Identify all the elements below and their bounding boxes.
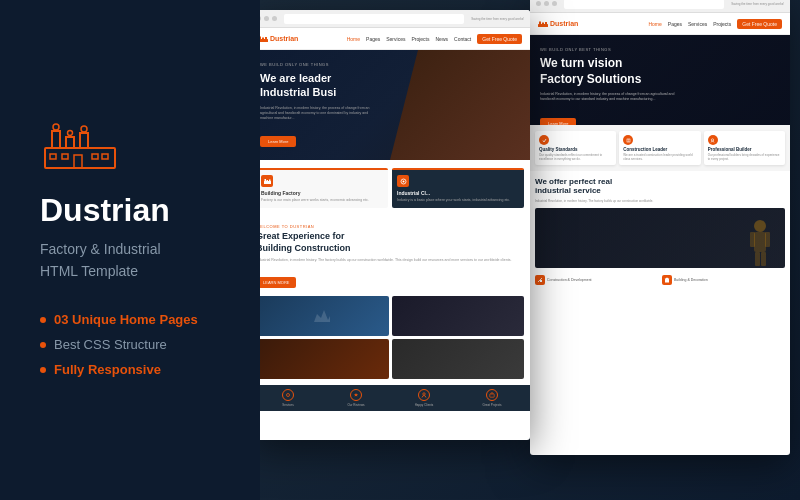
svg-point-33	[754, 220, 766, 232]
hero-desc: Industrial Revolution, in modern history…	[260, 106, 380, 122]
images-grid	[260, 296, 530, 385]
checkmark-icon	[542, 138, 547, 143]
nav-cta-button-2[interactable]: Get Free Quote	[737, 19, 782, 29]
factory-icon	[40, 113, 120, 173]
feat-label: Our Reviews	[347, 403, 364, 407]
construction-icons-row: Construction & Development Building & De…	[535, 272, 785, 288]
nav-link: Pages	[668, 21, 682, 27]
grid-image-2	[392, 296, 525, 336]
section-cta-button[interactable]: LEARN MORE	[260, 277, 296, 288]
quality-card-title: Quality Standards	[539, 147, 612, 152]
quality-card-text: We are a trusted construction leader pro…	[623, 153, 696, 161]
card-title: Industrial Cl...	[397, 190, 519, 196]
construction-label: Construction & Development	[547, 278, 592, 282]
svg-point-4	[53, 124, 59, 130]
section-title: Great Experience forBuilding Constructio…	[260, 231, 524, 254]
card-building-factory: Building Factory Factory is our main pla…	[260, 168, 388, 208]
svg-rect-25	[490, 394, 494, 397]
feature-label: Fully Responsive	[54, 362, 161, 377]
building-icon	[626, 138, 631, 143]
svg-marker-23	[354, 393, 358, 397]
feature-label: Best CSS Structure	[54, 337, 167, 352]
svg-rect-41	[665, 279, 669, 283]
nav-cta-button[interactable]: Get Free Quote	[477, 34, 522, 44]
nav-logo-icon-2	[538, 20, 548, 28]
section-eyebrow: WELCOME TO DUSTRIAN	[260, 224, 524, 229]
svg-marker-42	[665, 277, 670, 279]
nav-logo: Dustrian	[260, 35, 298, 43]
nav-link: Home	[347, 36, 360, 42]
browser-dot	[552, 1, 557, 6]
quality-icon	[539, 135, 549, 145]
projects-icon	[486, 389, 498, 401]
browser-url-2	[564, 0, 724, 9]
card-text: Industry is a basic place where your wor…	[397, 198, 519, 203]
service-text: Industrial Revolution, in modern history…	[535, 199, 785, 204]
svg-rect-1	[52, 131, 60, 148]
hero-eyebrow: WE BUILD ONLY ONE THINGS	[260, 62, 520, 67]
browser-url-text: Saving the time from every good works!	[471, 17, 524, 21]
brand-title: Dustrian	[40, 193, 230, 228]
site-nav-2: Dustrian Home Pages Services Projects Ge…	[530, 13, 790, 35]
service-title: We offer perfect realindustrial service	[535, 177, 785, 195]
svg-rect-9	[92, 154, 98, 159]
industrial-card-icon	[400, 178, 407, 185]
hero-cta-button-2[interactable]: Learn More	[540, 118, 576, 125]
feat-label: Happy Clients	[415, 403, 434, 407]
nav-link: News	[436, 36, 449, 42]
mockup-main: Saving the time from every good works! D…	[260, 10, 530, 440]
svg-point-24	[423, 392, 425, 394]
nav-links: Home Pages Services Projects News Contac…	[347, 34, 522, 44]
professional-icon	[708, 135, 718, 145]
reviews-icon	[350, 389, 362, 401]
gear-icon	[285, 392, 291, 398]
nav-link: Contact	[454, 36, 471, 42]
svg-rect-36	[765, 232, 770, 247]
svg-rect-15	[265, 37, 267, 39]
svg-point-21	[402, 180, 404, 182]
factory-card-icon	[264, 178, 271, 185]
browser-dot	[544, 1, 549, 6]
quality-cards: Quality Standards Our quality standards …	[530, 125, 790, 171]
hero-desc-2: Industrial Revolution, in modern history…	[540, 92, 680, 103]
briefcase-icon	[489, 392, 495, 398]
construction-label-2: Building & Decoration	[674, 278, 708, 282]
hero-title-2: We turn visionFactory Solutions	[540, 56, 780, 87]
browser-bar: Saving the time from every good works!	[260, 10, 530, 28]
list-item: 03 Unique Home Pages	[40, 312, 230, 327]
feat-reviews: Our Reviews	[324, 389, 388, 407]
hero-eyebrow-2: WE BUILD ONLY BEST THINGS	[540, 47, 780, 52]
svg-rect-28	[542, 22, 544, 24]
hero-section-2: WE BUILD ONLY BEST THINGS We turn vision…	[530, 35, 790, 125]
bullet-dot	[40, 317, 46, 323]
crane-icon	[537, 277, 543, 283]
hero-cta-button[interactable]: Learn More	[260, 136, 296, 147]
svg-rect-37	[755, 252, 760, 266]
construction-item-1: Construction & Development	[535, 275, 658, 285]
clients-icon	[418, 389, 430, 401]
svg-rect-26	[538, 24, 548, 27]
nav-link: Projects	[411, 36, 429, 42]
nav-link: Home	[648, 21, 661, 27]
quality-card-text: Our quality standards reflect our commit…	[539, 153, 612, 161]
user-hardhat-icon	[710, 138, 715, 143]
browser-url-text-2: Saving the time from every good works!	[731, 2, 784, 6]
card-industrial: Industrial Cl... Industry is a basic pla…	[392, 168, 524, 208]
building2-icon	[664, 277, 670, 283]
svg-rect-16	[264, 181, 271, 184]
construction-icon-1	[535, 275, 545, 285]
list-item: Fully Responsive	[40, 362, 230, 377]
quality-card-1: Quality Standards Our quality standards …	[535, 131, 616, 165]
hero-section: WE BUILD ONLY ONE THINGS We are leaderIn…	[260, 50, 530, 160]
bullet-dot	[40, 367, 46, 373]
feat-services: Services	[260, 389, 320, 407]
features-icons-bar: Services Our Reviews Happy Clients	[260, 385, 530, 411]
browser-dot	[264, 16, 269, 21]
svg-rect-8	[62, 154, 68, 159]
people-icon	[421, 392, 427, 398]
feature-label: 03 Unique Home Pages	[54, 312, 198, 327]
quality-card-title: Construction Leader	[623, 147, 696, 152]
nav-logo-2: Dustrian	[538, 20, 578, 28]
right-panel: Saving the time from every good works! D…	[260, 0, 800, 500]
browser-url	[284, 14, 464, 24]
